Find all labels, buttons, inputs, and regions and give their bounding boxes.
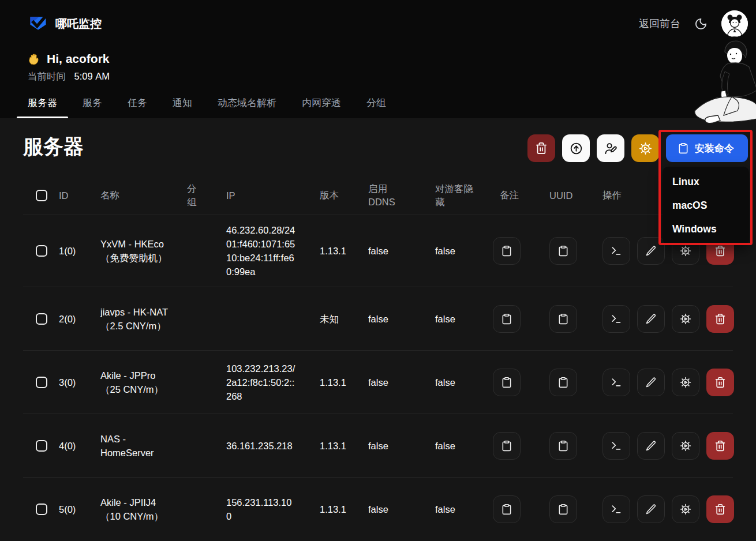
edit-server-button[interactable] <box>637 305 665 333</box>
row-checkbox[interactable] <box>36 377 47 388</box>
tab-服务器[interactable]: 服务器 <box>15 96 70 118</box>
row-checkbox[interactable] <box>36 504 47 515</box>
delete-server-button[interactable] <box>706 305 734 333</box>
copy-note-button[interactable] <box>493 369 521 396</box>
column-header-ip: IP <box>223 190 314 201</box>
row-checkbox[interactable] <box>36 440 47 452</box>
clipboard-icon <box>557 504 569 515</box>
table-header-row: ID 名称 分组 IP 版本 启用DDNS 对游客隐藏 备注 UUID 操作 <box>23 176 733 215</box>
copy-uuid-button[interactable] <box>549 369 577 396</box>
back-to-frontend-link[interactable]: 返回前台 <box>639 17 680 31</box>
copy-note-button[interactable] <box>493 237 521 265</box>
server-settings-button[interactable] <box>672 369 699 396</box>
tab-内网穿透[interactable]: 内网穿透 <box>289 96 354 118</box>
tab-服务[interactable]: 服务 <box>70 96 115 118</box>
copy-uuid-button[interactable] <box>549 432 577 460</box>
server-name: Akile - JPPro （25 CNY/m） <box>100 369 187 396</box>
dropdown-item-windows[interactable]: Windows <box>663 217 749 241</box>
table-row: 3(0) Akile - JPPro （25 CNY/m） 103.232.21… <box>23 350 733 414</box>
pencil-icon <box>645 245 657 257</box>
terminal-icon <box>611 245 622 257</box>
clipboard-icon <box>501 440 512 452</box>
server-ddns-enabled: false <box>362 244 428 258</box>
terminal-icon <box>611 313 622 325</box>
server-ip: 36.161.235.218 <box>223 439 314 453</box>
server-ddns-enabled: false <box>362 439 428 453</box>
server-toolbar: 安装命令 LinuxmacOSWindows <box>527 134 748 162</box>
dropdown-item-linux[interactable]: Linux <box>663 170 749 194</box>
user-pen-icon <box>604 142 617 155</box>
tab-任务[interactable]: 任务 <box>115 96 160 118</box>
delete-server-button[interactable] <box>706 495 734 523</box>
install-command-button[interactable]: 安装命令 <box>666 134 748 162</box>
clipboard-icon <box>557 377 569 388</box>
column-header-note: 备注 <box>493 189 545 202</box>
moon-icon <box>694 17 708 31</box>
server-settings-button[interactable] <box>672 495 699 523</box>
copy-note-button[interactable] <box>493 495 521 523</box>
table-row: 2(0) jiavps - HK-NAT（2.5 CNY/m） 未知 false… <box>23 287 733 350</box>
clipboard-icon <box>501 377 512 388</box>
tab-分组[interactable]: 分组 <box>354 96 399 118</box>
clipboard-icon <box>501 313 512 325</box>
server-settings-button[interactable] <box>672 305 699 333</box>
copy-uuid-button[interactable] <box>549 237 577 265</box>
clipboard-icon <box>557 313 569 325</box>
table-row: 5(0) Akile - JPIIJ4 （10 CNY/m） 156.231.1… <box>23 477 733 540</box>
dark-mode-toggle[interactable] <box>694 17 708 31</box>
server-name: Akile - JPIIJ4 （10 CNY/m） <box>100 495 187 523</box>
force-update-button[interactable] <box>562 134 590 162</box>
tab-动态域名解析[interactable]: 动态域名解析 <box>205 96 289 118</box>
clipboard-icon <box>501 245 512 257</box>
table-row: 1(0) YxVM - HKEco（免费赞助机） 46.232.60.28/24… <box>23 215 733 287</box>
server-hidden-from-guest: false <box>428 502 493 516</box>
select-all-checkbox[interactable] <box>36 190 47 201</box>
edit-server-button[interactable] <box>637 495 665 523</box>
table-row: 4(0) NAS - HomeServer 36.161.235.218 1.1… <box>23 414 733 477</box>
install-command-dropdown: LinuxmacOSWindows <box>663 167 749 245</box>
terminal-icon <box>611 440 622 452</box>
row-checkbox[interactable] <box>36 313 47 325</box>
clipboard-icon <box>557 245 569 257</box>
server-ddns-enabled: false <box>362 502 428 516</box>
edit-server-button[interactable] <box>637 369 665 396</box>
column-header-version: 版本 <box>314 189 362 202</box>
column-header-id: ID <box>59 190 100 201</box>
terminal-button[interactable] <box>602 495 630 523</box>
batch-settings-button[interactable] <box>631 134 659 162</box>
row-checkbox[interactable] <box>36 245 47 257</box>
terminal-button[interactable] <box>602 432 630 460</box>
pencil-icon <box>645 313 657 325</box>
copy-note-button[interactable] <box>493 305 521 333</box>
greeting-text: Hi, acofork <box>47 52 110 66</box>
trash-icon <box>714 440 726 452</box>
delete-selected-button[interactable] <box>527 134 555 162</box>
copy-note-button[interactable] <box>493 432 521 460</box>
app-screen: 哪吒监控 返回前台 <box>0 0 756 541</box>
batch-edit-button[interactable] <box>597 134 624 162</box>
edit-server-button[interactable] <box>637 432 665 460</box>
user-avatar[interactable] <box>721 10 748 37</box>
dropdown-item-macos[interactable]: macOS <box>663 194 749 217</box>
tab-通知[interactable]: 通知 <box>160 96 205 118</box>
terminal-button[interactable] <box>602 237 630 265</box>
gear-icon <box>680 245 691 257</box>
server-version: 1.13.1 <box>314 244 362 258</box>
copy-uuid-button[interactable] <box>549 495 577 523</box>
time-label: 当前时间 <box>28 71 66 81</box>
server-id: 5(0) <box>59 502 100 516</box>
edit-server-button[interactable] <box>637 237 665 265</box>
server-version: 1.13.1 <box>314 502 362 516</box>
gear-icon <box>680 313 691 325</box>
brand[interactable]: 哪吒监控 <box>28 13 102 34</box>
copy-uuid-button[interactable] <box>549 305 577 333</box>
delete-server-button[interactable] <box>706 432 734 460</box>
pencil-icon <box>645 440 657 452</box>
gear-icon <box>680 504 691 515</box>
server-ip: 46.232.60.28/2401:f460:1071:6510:be24:11… <box>223 223 314 279</box>
server-name: NAS - HomeServer <box>100 432 187 460</box>
terminal-button[interactable] <box>602 305 630 333</box>
terminal-button[interactable] <box>602 369 630 396</box>
delete-server-button[interactable] <box>706 369 734 396</box>
server-settings-button[interactable] <box>672 432 699 460</box>
